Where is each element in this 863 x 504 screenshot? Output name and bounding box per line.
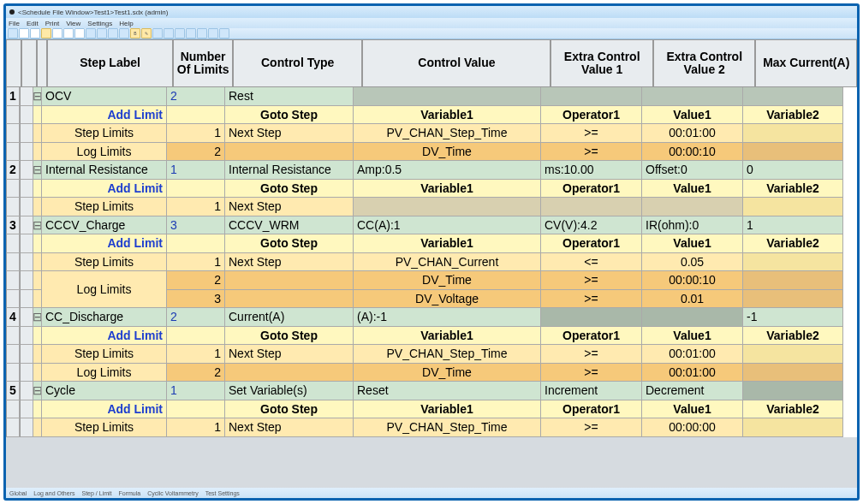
value1-cell[interactable]: 00:01:00 bbox=[642, 124, 743, 143]
row-grip[interactable] bbox=[20, 106, 33, 125]
operator1-cell[interactable]: >= bbox=[541, 271, 642, 290]
row-grip[interactable] bbox=[20, 143, 33, 162]
operator1-cell[interactable]: >= bbox=[541, 364, 642, 382]
control-type-cell[interactable]: CCCV_WRM bbox=[225, 216, 354, 235]
variable2-cell[interactable] bbox=[743, 143, 843, 162]
step-limits-count[interactable]: 1 bbox=[167, 161, 225, 180]
max-current-cell[interactable]: 1 bbox=[743, 216, 843, 235]
row-grip[interactable] bbox=[20, 198, 33, 216]
step-grip[interactable] bbox=[20, 216, 33, 235]
tb-delete-icon[interactable] bbox=[119, 28, 129, 39]
limit-number[interactable]: 1 bbox=[167, 345, 225, 364]
tb-new-icon[interactable] bbox=[8, 28, 18, 39]
variable2-cell[interactable] bbox=[743, 198, 843, 216]
extra2-cell[interactable] bbox=[642, 87, 743, 106]
tb-redo-icon[interactable] bbox=[97, 28, 107, 39]
step-limits-count[interactable]: 2 bbox=[167, 308, 225, 327]
row-grip[interactable] bbox=[20, 253, 33, 272]
limit-number[interactable]: 1 bbox=[167, 198, 225, 216]
tb-bold-icon[interactable]: B bbox=[130, 28, 140, 39]
extra1-cell[interactable]: CV(V):4.2 bbox=[541, 216, 642, 235]
variable1-cell[interactable]: PV_CHAN_Step_Time bbox=[354, 418, 541, 437]
row-grip[interactable] bbox=[20, 124, 33, 143]
collapse-icon[interactable]: ⊟ bbox=[33, 216, 42, 235]
variable2-cell[interactable] bbox=[743, 345, 843, 364]
status-tab-step[interactable]: Step / Limit bbox=[82, 490, 112, 496]
variable2-cell[interactable] bbox=[743, 124, 843, 143]
step-number[interactable]: 1 bbox=[6, 87, 20, 106]
max-current-cell[interactable]: 0 bbox=[743, 161, 843, 180]
menu-edit[interactable]: Edit bbox=[27, 20, 39, 27]
collapse-icon[interactable]: ⊟ bbox=[33, 161, 42, 180]
tb-edit-icon[interactable]: ✎ bbox=[141, 28, 152, 39]
tb-cut-icon[interactable] bbox=[52, 28, 62, 39]
goto-step-cell[interactable] bbox=[225, 364, 354, 382]
row-grip[interactable] bbox=[20, 345, 33, 364]
tb-grid5-icon[interactable] bbox=[197, 28, 207, 39]
add-limit-button[interactable]: Add Limit bbox=[42, 234, 167, 253]
extra2-cell[interactable]: Offset:0 bbox=[642, 161, 743, 180]
titlebar[interactable]: <Schedule File Window>Test1>Test1.sdx (a… bbox=[6, 6, 857, 18]
add-limit-button[interactable]: Add Limit bbox=[42, 106, 167, 125]
limit-number[interactable]: 1 bbox=[167, 124, 225, 143]
step-label-cell[interactable]: CC_Discharge bbox=[42, 308, 167, 327]
operator1-cell[interactable]: >= bbox=[541, 418, 642, 437]
step-label-cell[interactable]: CCCV_Charge bbox=[42, 216, 167, 235]
value1-cell[interactable]: 00:01:00 bbox=[642, 345, 743, 364]
variable1-cell[interactable]: DV_Time bbox=[354, 143, 541, 162]
step-number[interactable]: 2 bbox=[6, 161, 20, 180]
variable2-cell[interactable] bbox=[743, 253, 843, 272]
hdr-extra1[interactable]: Extra Control Value 1 bbox=[551, 39, 653, 87]
hdr-max-current[interactable]: Max Current(A) bbox=[755, 39, 857, 87]
value1-cell[interactable]: 00:00:00 bbox=[642, 418, 743, 437]
value1-cell[interactable]: 00:00:10 bbox=[642, 271, 743, 290]
tb-grid6-icon[interactable] bbox=[208, 28, 218, 39]
variable1-cell[interactable]: DV_Time bbox=[354, 364, 541, 382]
operator1-cell[interactable]: >= bbox=[541, 143, 642, 162]
step-grip[interactable] bbox=[20, 87, 33, 106]
extra1-cell[interactable]: Increment bbox=[541, 382, 642, 400]
tb-insert-icon[interactable] bbox=[108, 28, 118, 39]
step-number[interactable]: 5 bbox=[6, 382, 20, 400]
extra2-cell[interactable] bbox=[642, 308, 743, 327]
step-grip[interactable] bbox=[20, 382, 33, 400]
operator1-cell[interactable]: <= bbox=[541, 253, 642, 272]
extra1-cell[interactable] bbox=[541, 308, 642, 327]
limit-number[interactable]: 2 bbox=[167, 143, 225, 162]
status-tab-global[interactable]: Global bbox=[9, 490, 27, 496]
goto-step-cell[interactable]: Next Step bbox=[225, 253, 354, 272]
goto-step-cell[interactable]: Next Step bbox=[225, 418, 354, 437]
status-tab-log[interactable]: Log and Others bbox=[33, 490, 74, 496]
collapse-icon[interactable]: ⊟ bbox=[33, 382, 42, 400]
limit-label[interactable]: Step Limits bbox=[42, 253, 167, 272]
value1-cell[interactable]: 00:01:00 bbox=[642, 364, 743, 382]
tb-grid1-icon[interactable] bbox=[152, 28, 163, 39]
variable1-cell[interactable]: PV_CHAN_Step_Time bbox=[354, 124, 541, 143]
status-tab-formula[interactable]: Formula bbox=[119, 490, 141, 496]
tb-paste-icon[interactable] bbox=[74, 28, 85, 39]
control-type-cell[interactable]: Rest bbox=[225, 87, 354, 106]
step-limits-count[interactable]: 2 bbox=[167, 87, 225, 106]
operator1-cell[interactable]: >= bbox=[541, 345, 642, 364]
row-grip[interactable] bbox=[20, 234, 33, 253]
collapse-icon[interactable]: ⊟ bbox=[33, 87, 42, 106]
row-grip[interactable] bbox=[20, 327, 33, 346]
hdr-grip[interactable] bbox=[21, 39, 37, 87]
control-value-cell[interactable]: CC(A):1 bbox=[354, 216, 541, 235]
limit-label[interactable]: Log Limits bbox=[42, 364, 167, 382]
operator1-cell[interactable]: >= bbox=[541, 124, 642, 143]
limit-label[interactable]: Log Limits bbox=[42, 143, 167, 162]
variable1-cell[interactable] bbox=[354, 198, 541, 216]
status-tab-cv[interactable]: Cyclic Voltammetry bbox=[147, 490, 199, 496]
variable2-cell[interactable] bbox=[743, 364, 843, 382]
collapse-icon[interactable]: ⊟ bbox=[33, 308, 42, 327]
limit-label[interactable]: Step Limits bbox=[42, 124, 167, 143]
goto-step-cell[interactable] bbox=[225, 143, 354, 162]
step-number[interactable]: 4 bbox=[6, 308, 20, 327]
operator1-cell[interactable] bbox=[541, 198, 642, 216]
extra1-cell[interactable]: ms:10.00 bbox=[541, 161, 642, 180]
row-grip[interactable] bbox=[20, 180, 33, 199]
control-type-cell[interactable]: Internal Resistance bbox=[225, 161, 354, 180]
goto-step-cell[interactable] bbox=[225, 271, 354, 290]
variable1-cell[interactable]: DV_Time bbox=[354, 271, 541, 290]
